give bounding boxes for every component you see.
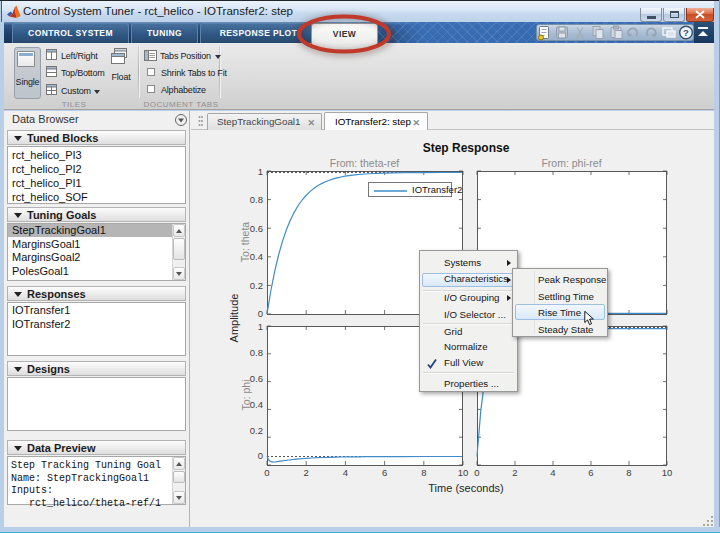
svg-text:10: 10 [662,467,673,478]
svg-text:0.6: 0.6 [250,373,263,384]
svg-text:0.2: 0.2 [250,425,263,436]
svg-text:6: 6 [588,467,593,478]
svg-text:0.8: 0.8 [250,194,263,205]
svg-text:0: 0 [264,467,269,478]
svg-text:0.4: 0.4 [250,251,263,262]
svg-text:2: 2 [512,467,517,478]
svg-text:10: 10 [458,467,469,478]
svg-text:6: 6 [382,467,387,478]
svg-text:0.8: 0.8 [250,347,263,358]
svg-text:0.2: 0.2 [250,280,263,291]
svg-text:8: 8 [626,467,631,478]
svg-text:0: 0 [258,450,263,461]
svg-text:0.4: 0.4 [250,399,263,410]
svg-text:1: 1 [258,166,263,177]
svg-text:8: 8 [421,467,426,478]
svg-text:4: 4 [343,467,348,478]
svg-text:0: 0 [474,467,479,478]
svg-text:2: 2 [304,467,309,478]
svg-text:4: 4 [550,467,555,478]
svg-text:1: 1 [258,321,263,332]
svg-text:?: ? [683,27,689,38]
svg-text:0.6: 0.6 [250,223,263,234]
svg-text:0: 0 [258,308,263,319]
